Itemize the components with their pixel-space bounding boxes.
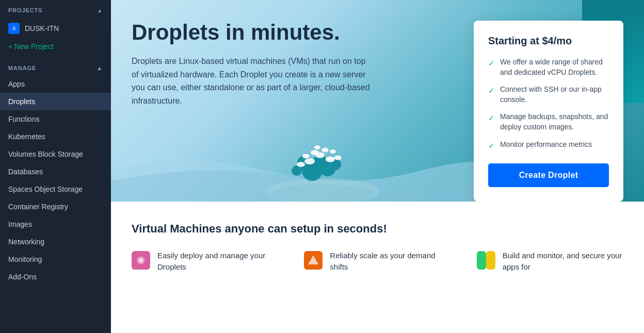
svg-point-8 xyxy=(304,158,315,164)
feature-item-1: ✓Connect with SSH or our in-app console. xyxy=(488,85,609,105)
feature-text: Connect with SSH or our in-app console. xyxy=(500,85,609,105)
svg-point-7 xyxy=(292,165,302,176)
check-icon: ✓ xyxy=(488,58,495,69)
sidebar-item-monitoring[interactable]: Monitoring xyxy=(0,251,111,268)
feature-list: ✓We offer a wide range of shared and ded… xyxy=(488,57,609,151)
svg-point-16 xyxy=(330,149,336,154)
svg-point-20 xyxy=(138,258,143,263)
feature-item-0: ✓We offer a wide range of shared and ded… xyxy=(488,57,609,77)
svg-point-11 xyxy=(297,162,305,167)
features-grid: Easily deploy and manage your Droplets R… xyxy=(132,250,623,273)
manage-label: MANAGE xyxy=(8,65,36,71)
svg-point-10 xyxy=(326,156,335,162)
section-title: Virtual Machines anyone can setup in sec… xyxy=(132,222,623,236)
projects-section-header: PROJECTS ▲ xyxy=(0,0,111,19)
pricing-title: Starting at $4/mo xyxy=(488,35,609,47)
hero-section: Droplets in minutes. Droplets are Linux-… xyxy=(111,0,644,202)
sidebar-item-kubernetes[interactable]: Kubernetes xyxy=(0,128,111,145)
project-icon: ≡ xyxy=(8,23,20,34)
sidebar-item-registry[interactable]: Container Registry xyxy=(0,198,111,215)
svg-point-14 xyxy=(334,155,342,160)
sidebar-item-addons[interactable]: Add-Ons xyxy=(0,268,111,286)
sidebar-item-functions[interactable]: Functions xyxy=(0,110,111,128)
create-droplet-button[interactable]: Create Droplet xyxy=(488,163,609,187)
feature-col-2: Build and monitor, and secure your apps … xyxy=(477,250,623,273)
feature-icon-2 xyxy=(477,251,495,270)
check-icon: ✓ xyxy=(488,112,495,123)
manage-section-header: MANAGE ▲ xyxy=(0,58,111,75)
feature-item-3: ✓Monitor performance metrics xyxy=(488,140,609,151)
hero-description: Droplets are Linux-based virtual machine… xyxy=(132,55,374,107)
feature-col-title-1: Reliably scale as your demand shifts xyxy=(330,250,450,273)
svg-rect-23 xyxy=(477,251,486,270)
feature-item-2: ✓Manage backups, snapshots, and deploy c… xyxy=(488,112,609,132)
new-project-label: + New Project xyxy=(8,42,54,51)
main-content: Droplets in minutes. Droplets are Linux-… xyxy=(111,0,644,333)
feature-text: We offer a wide range of shared and dedi… xyxy=(500,57,609,77)
projects-chevron-icon: ▲ xyxy=(97,8,103,13)
feature-col-0: Easily deploy and manage your Droplets xyxy=(132,250,278,273)
feature-text: Manage backups, snapshots, and deploy cu… xyxy=(500,112,609,132)
feature-col-1: Reliably scale as your demand shifts xyxy=(304,250,450,273)
svg-point-12 xyxy=(311,150,319,155)
sidebar-item-networking[interactable]: Networking xyxy=(0,233,111,251)
nav-items-container: AppsDropletsFunctionsKubernetesVolumes B… xyxy=(0,75,111,286)
check-icon: ✓ xyxy=(488,85,495,96)
hero-text-block: Droplets in minutes. Droplets are Linux-… xyxy=(132,21,453,108)
droplet-illustration xyxy=(266,119,379,202)
sidebar-item-images[interactable]: Images xyxy=(0,215,111,233)
sidebar-item-droplets[interactable]: Droplets xyxy=(0,93,111,110)
svg-rect-24 xyxy=(486,251,495,270)
sidebar: PROJECTS ▲ ≡ DUSK-ITN + New Project MANA… xyxy=(0,0,111,333)
svg-point-15 xyxy=(302,154,310,158)
feature-text: Monitor performance metrics xyxy=(500,140,592,150)
project-name: DUSK-ITN xyxy=(25,24,59,32)
hero-title: Droplets in minutes. xyxy=(132,21,453,44)
sidebar-item-spaces[interactable]: Spaces Object Storage xyxy=(0,180,111,198)
sidebar-item-apps[interactable]: Apps xyxy=(0,75,111,93)
svg-point-13 xyxy=(321,147,329,152)
manage-chevron-icon: ▲ xyxy=(96,65,103,71)
pricing-card: Starting at $4/mo ✓We offer a wide range… xyxy=(474,21,623,202)
sidebar-item-volumes[interactable]: Volumes Block Storage xyxy=(0,145,111,163)
svg-point-17 xyxy=(314,145,320,149)
check-icon: ✓ xyxy=(488,140,495,151)
feature-icon-1 xyxy=(304,251,323,270)
new-project-button[interactable]: + New Project xyxy=(0,38,111,58)
feature-icon-0 xyxy=(132,251,150,270)
projects-label: PROJECTS xyxy=(8,7,42,13)
feature-col-title-2: Build and monitor, and secure your apps … xyxy=(503,250,623,273)
project-item-dusk-itn[interactable]: ≡ DUSK-ITN xyxy=(0,19,111,38)
sidebar-item-databases[interactable]: Databases xyxy=(0,163,111,180)
bottom-section: Virtual Machines anyone can setup in sec… xyxy=(111,202,644,333)
feature-col-title-0: Easily deploy and manage your Droplets xyxy=(157,250,278,273)
